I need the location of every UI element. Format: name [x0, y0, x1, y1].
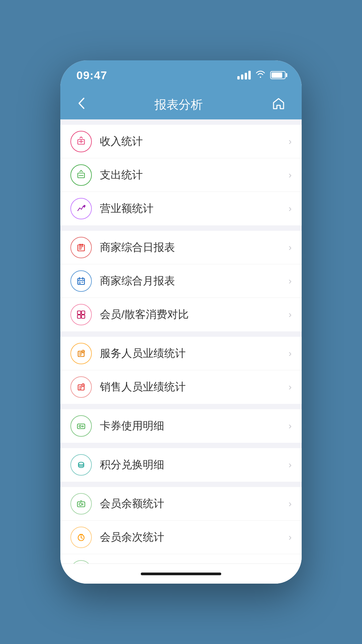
svg-rect-4	[79, 244, 81, 246]
sales-staff-label: 销售人员业绩统计	[100, 380, 289, 394]
svg-rect-10	[81, 315, 85, 318]
section-staff: 服务人员业绩统计 › 销售人员业绩统计 ›	[60, 337, 302, 404]
list-item-member-compare[interactable]: 会员/散客消费对比 ›	[60, 298, 302, 331]
battery-icon	[270, 71, 286, 79]
list-item-service-staff[interactable]: 服务人员业绩统计 ›	[60, 337, 302, 370]
member-points-icon	[70, 560, 92, 564]
svg-point-17	[78, 462, 84, 465]
svg-rect-6	[78, 278, 84, 284]
arrow-icon: ›	[289, 309, 292, 320]
section-reports: 商家综合日报表 › 商家综合月报表 ›	[60, 231, 302, 331]
list-item-income[interactable]: 收入统计 ›	[60, 125, 302, 158]
list-item-card-usage[interactable]: 卡券使用明细 ›	[60, 409, 302, 443]
expense-icon	[70, 164, 92, 186]
svg-point-16	[79, 425, 81, 427]
section-points: 积分兑换明细 ›	[60, 448, 302, 482]
status-time: 09:47	[76, 69, 107, 82]
arrow-icon: ›	[289, 170, 292, 180]
wifi-icon	[255, 70, 265, 80]
signal-icon	[237, 71, 251, 79]
svg-rect-5	[81, 244, 83, 246]
page-title: 报表分析	[155, 97, 203, 113]
member-times-icon	[70, 527, 92, 548]
arrow-icon: ›	[289, 242, 292, 253]
points-label: 积分兑换明细	[100, 458, 289, 472]
nav-bar: 报表分析	[60, 90, 302, 119]
card-usage-label: 卡券使用明细	[100, 419, 289, 433]
arrow-icon: ›	[289, 382, 292, 392]
home-indicator	[60, 564, 302, 584]
arrow-icon: ›	[289, 348, 292, 359]
list-item-member-balance[interactable]: 会员余额统计 ›	[60, 487, 302, 521]
list-item-member-points[interactable]: 会员积分统计 ›	[60, 554, 302, 564]
arrow-icon: ›	[289, 136, 292, 147]
merchant-monthly-icon	[70, 270, 92, 292]
points-icon	[70, 454, 92, 476]
list-item-merchant-daily[interactable]: 商家综合日报表 ›	[60, 231, 302, 264]
arrow-icon: ›	[289, 498, 292, 509]
merchant-daily-label: 商家综合日报表	[100, 240, 289, 255]
income-label: 收入统计	[100, 134, 289, 149]
card-usage-icon	[70, 415, 92, 437]
member-balance-label: 会员余额统计	[100, 496, 289, 511]
content-area: 收入统计 › 支出统计 ›	[60, 119, 302, 564]
merchant-monthly-label: 商家综合月报表	[100, 274, 289, 288]
svg-rect-7	[77, 311, 81, 314]
income-icon	[70, 131, 92, 152]
arrow-icon: ›	[289, 421, 292, 431]
list-item-sales-staff[interactable]: 销售人员业绩统计 ›	[60, 370, 302, 404]
revenue-icon	[70, 198, 92, 219]
status-icons	[237, 70, 286, 80]
list-item-merchant-monthly[interactable]: 商家综合月报表 ›	[60, 264, 302, 298]
back-button[interactable]	[74, 94, 88, 116]
merchant-daily-icon	[70, 237, 92, 258]
home-button[interactable]	[269, 94, 288, 115]
svg-rect-8	[81, 311, 85, 314]
arrow-icon: ›	[289, 203, 292, 214]
section-card: 卡券使用明细 ›	[60, 409, 302, 443]
member-compare-label: 会员/散客消费对比	[100, 307, 289, 322]
arrow-icon: ›	[289, 460, 292, 470]
member-compare-icon	[70, 304, 92, 325]
section-income-expense: 收入统计 › 支出统计 ›	[60, 125, 302, 225]
home-bar	[141, 573, 221, 575]
member-balance-icon	[70, 493, 92, 515]
svg-point-2	[83, 205, 85, 207]
list-item-member-times[interactable]: 会员余次统计 ›	[60, 521, 302, 554]
phone-frame: 09:47 报表分析	[60, 60, 302, 584]
status-bar: 09:47	[60, 60, 302, 90]
list-item-expense[interactable]: 支出统计 ›	[60, 158, 302, 192]
expense-label: 支出统计	[100, 168, 289, 182]
arrow-icon: ›	[289, 276, 292, 286]
member-times-label: 会员余次统计	[100, 530, 289, 545]
section-member: 会员余额统计 › 会员余次统计 ›	[60, 487, 302, 564]
list-item-points[interactable]: 积分兑换明细 ›	[60, 448, 302, 482]
service-staff-icon	[70, 343, 92, 364]
list-item-revenue[interactable]: 营业额统计 ›	[60, 192, 302, 225]
svg-rect-18	[77, 502, 85, 507]
service-staff-label: 服务人员业绩统计	[100, 346, 289, 361]
revenue-label: 营业额统计	[100, 201, 289, 216]
arrow-icon: ›	[289, 532, 292, 543]
sales-staff-icon	[70, 376, 92, 398]
svg-rect-9	[77, 315, 81, 318]
